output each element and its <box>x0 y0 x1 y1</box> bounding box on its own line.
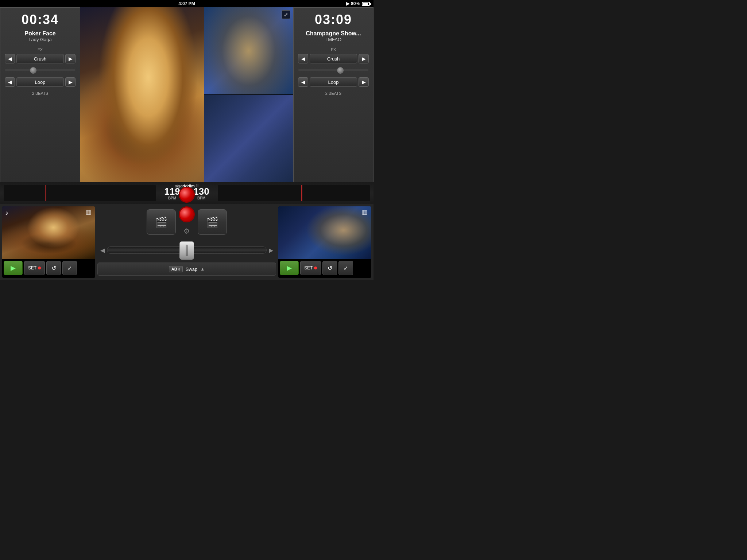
music-note-left-icon: ♪ <box>5 209 8 217</box>
waveform-area: // Generate random waveform - will be do… <box>0 182 374 204</box>
left-track-name: Poker Face <box>24 30 55 37</box>
left-loop-name[interactable]: Loop <box>16 77 64 87</box>
left-thumb-btn-row: ▶ SET ↺ ⤢ <box>2 259 95 277</box>
left-fx-control: ◀ Crush ▶ <box>5 54 76 63</box>
center-record-btn[interactable] <box>179 206 195 222</box>
swap-label: Swap <box>186 267 198 272</box>
right-play-btn[interactable]: ▶ <box>280 261 299 275</box>
video-left-face <box>80 7 204 182</box>
svg-rect-121 <box>46 185 46 201</box>
crossfader-track[interactable] <box>107 246 267 254</box>
right-thumb-video: ▦ <box>278 206 371 259</box>
right-artist-name: LMFAO <box>325 37 341 42</box>
left-scratch-btn[interactable]: ⤢ <box>62 261 77 275</box>
status-right: ▶ 80% <box>341 1 370 6</box>
right-loop-name[interactable]: Loop <box>310 77 357 87</box>
video-right-bottom <box>204 95 293 182</box>
swap-chevron-icon: ▲ <box>200 267 205 272</box>
left-play-icon: ▶ <box>11 264 16 272</box>
right-loop-prev-btn[interactable]: ◀ <box>298 77 308 87</box>
video-right-top <box>204 7 293 94</box>
status-time: 4:07 PM <box>33 1 341 6</box>
right-fx-name[interactable]: Crush <box>310 54 357 63</box>
left-loop-prev-btn[interactable]: ◀ <box>5 77 15 87</box>
left-play-btn[interactable]: ▶ <box>4 261 23 275</box>
right-fx-next-btn[interactable]: ▶ <box>359 54 369 63</box>
right-media-btn[interactable]: 🎬 <box>198 209 227 235</box>
video-right-half <box>204 7 293 182</box>
left-set-label: SET <box>28 265 36 271</box>
record-dot[interactable] <box>179 187 195 203</box>
left-set-btn[interactable]: SET <box>24 261 45 275</box>
swap-bar[interactable]: AB 8 Swap ▲ <box>97 262 276 276</box>
left-fx-next-btn[interactable]: ▶ <box>65 54 76 63</box>
right-set-btn[interactable]: SET <box>300 261 321 275</box>
right-loop-next-btn[interactable]: ▶ <box>359 77 369 87</box>
right-loop-btn[interactable]: ↺ <box>322 261 337 275</box>
crossfader-left-arrow[interactable]: ◀ <box>100 247 105 254</box>
right-fx-label: FX <box>331 47 336 52</box>
right-deck-timer: 03:09 <box>315 12 352 27</box>
left-set-dot <box>38 267 41 269</box>
right-fx-prev-btn[interactable]: ◀ <box>298 54 308 63</box>
left-fx-slider[interactable] <box>5 69 76 71</box>
right-fx-slider[interactable] <box>298 69 369 71</box>
crossfader-right-arrow[interactable]: ▶ <box>269 247 273 254</box>
crossfader-area: ◀ ▶ <box>97 239 276 261</box>
left-fx-prev-btn[interactable]: ◀ <box>5 54 15 63</box>
right-bpm-label: BPM <box>197 196 205 200</box>
play-status-icon: ▶ <box>346 1 349 6</box>
left-fx-name[interactable]: Crush <box>16 54 64 63</box>
left-loop-beats: 2 BEATS <box>32 91 48 96</box>
logo-dots: ⠿ <box>196 184 199 188</box>
left-deck: 00:34 Poker Face Lady Gaga FX ◀ Crush ▶ … <box>0 7 80 182</box>
right-thumb-btn-row: ▶ SET ↺ ⤢ <box>278 259 371 277</box>
right-loop-control: ◀ Loop ▶ <box>298 77 369 87</box>
right-set-dot <box>314 267 317 269</box>
center-video: ⤢ <box>80 7 293 182</box>
right-loop-beats: 2 BEATS <box>325 91 341 96</box>
left-loop-control: ◀ Loop ▶ <box>5 77 76 87</box>
left-artist-name: Lady Gaga <box>28 37 52 42</box>
record-btn[interactable] <box>179 187 195 203</box>
main-area: 00:34 Poker Face Lady Gaga FX ◀ Crush ▶ … <box>0 7 374 182</box>
left-bpm-label: BPM <box>168 196 176 200</box>
left-fx-slider-container <box>5 66 76 74</box>
left-media-icon: 🎬 <box>155 216 168 228</box>
swap-ab-text: AB <box>171 267 177 271</box>
crossfader-handle[interactable] <box>179 241 194 260</box>
right-set-label: SET <box>304 265 313 271</box>
right-fx-slider-thumb[interactable] <box>337 67 344 74</box>
waveform-left[interactable]: // Generate random waveform - will be do… <box>4 185 156 201</box>
left-thumb-video: ♪ ▦ <box>2 206 95 259</box>
gear-btn[interactable]: ⚙ <box>180 225 193 238</box>
right-thumb-panel: ▦ ▶ SET ↺ ⤢ <box>278 206 371 278</box>
waveform-right[interactable] <box>218 185 370 201</box>
right-fx-slider-container <box>298 66 369 74</box>
waveform-left-svg: // Generate random waveform - will be do… <box>4 185 156 201</box>
left-deck-timer: 00:34 <box>22 12 59 27</box>
right-scratch-btn[interactable]: ⤢ <box>338 261 353 275</box>
center-controls: 🎬 ⚙ 🎬 ◀ ▶ AB 8 Swap ▲ <box>97 206 276 278</box>
right-play-icon: ▶ <box>287 264 292 272</box>
right-fx-control: ◀ Crush ▶ <box>298 54 369 63</box>
expand-btn[interactable]: ⤢ <box>282 10 290 19</box>
right-deck: 03:09 Champagne Show... LMFAO FX ◀ Crush… <box>293 7 374 182</box>
waveform-right-svg <box>218 185 370 201</box>
left-media-btn[interactable]: 🎬 <box>147 209 176 235</box>
left-fx-label: FX <box>38 47 43 52</box>
video-left-half <box>80 7 204 182</box>
left-fx-slider-thumb[interactable] <box>30 67 36 74</box>
status-bar: 4:07 PM ▶ 80% <box>0 0 374 7</box>
battery-icon <box>362 2 370 6</box>
swap-ab-label: AB 8 <box>169 266 183 272</box>
film-strip-left-icon: ▦ <box>86 209 93 216</box>
bottom-area: ♪ ▦ ▶ SET ↺ ⤢ 🎬 ⚙ 🎬 <box>0 204 374 280</box>
right-track-name: Champagne Show... <box>306 30 361 37</box>
left-loop-btn[interactable]: ↺ <box>46 261 61 275</box>
video-display: ⤢ <box>80 7 293 182</box>
left-thumb-panel: ♪ ▦ ▶ SET ↺ ⤢ <box>2 206 95 278</box>
right-media-icon: 🎬 <box>206 216 219 228</box>
film-strip-right-icon: ▦ <box>362 209 369 216</box>
left-loop-next-btn[interactable]: ▶ <box>65 77 76 87</box>
